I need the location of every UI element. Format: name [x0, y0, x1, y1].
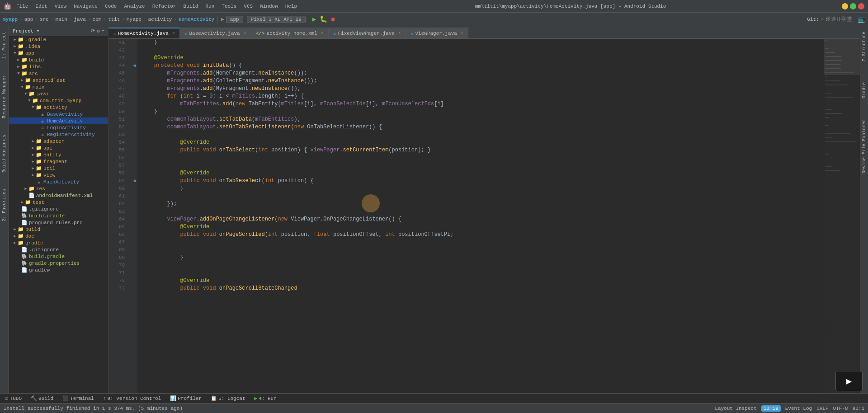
right-tab-device-explorer[interactable]: Device File Explorer [861, 116, 868, 177]
menu-view[interactable]: View [52, 4, 69, 9]
menu-build[interactable]: Build [181, 4, 200, 9]
tree-item-gradlew[interactable]: 📄gradlew [9, 267, 108, 273]
close-button[interactable] [858, 3, 864, 9]
settings-icon[interactable]: ⚙ [97, 28, 100, 34]
tree-item-build-root[interactable]: ▶📁build [9, 226, 108, 233]
code-line-55[interactable]: public void onTabSelect(int position) { … [141, 146, 820, 154]
fold-gutter-59[interactable]: ◀ [131, 177, 137, 185]
code-line-57[interactable] [141, 162, 820, 169]
menu-window[interactable]: Window [258, 4, 280, 9]
tree-item-app[interactable]: ▼📁app [9, 50, 108, 56]
menu-edit[interactable]: Edit [33, 4, 49, 9]
tree-item-gitignore-root[interactable]: 📄.gitignore [9, 246, 108, 253]
code-line-45[interactable]: mFragments.add(HomeFragment.newInstance(… [141, 70, 820, 77]
tab-fixedviewpager[interactable]: ☕ FixedViewPager.java × [329, 28, 406, 38]
code-line-63[interactable] [141, 208, 820, 216]
tab-activity-home-xml[interactable]: ≺/≻ activity_home.xml × [251, 28, 329, 38]
tab-viewpager-close[interactable]: × [461, 31, 463, 36]
bottom-tab-profiler[interactable]: 📊 Profiler [168, 394, 203, 402]
tree-item-BaseActivity[interactable]: ☕BaseActivity [9, 111, 108, 117]
tree-item-res[interactable]: ▶📁res [9, 185, 108, 192]
tree-item-doc[interactable]: ▶📁doc [9, 233, 108, 239]
tree-item-MainActivity[interactable]: ☕MainActivity [9, 178, 108, 185]
code-line-62[interactable]: }); [141, 200, 820, 208]
menu-navigate[interactable]: Navigate [71, 4, 100, 9]
right-tab-gradle[interactable]: Gradle [861, 79, 868, 102]
tab-viewpager[interactable]: ☕ ViewPager.java × [406, 28, 468, 38]
tree-item-gradle-root[interactable]: ▶📁gradle [9, 239, 108, 246]
code-line-71[interactable] [141, 269, 820, 277]
code-line-54[interactable]: @Override [141, 139, 820, 146]
code-area[interactable]: } @Override protected void initData() { … [137, 39, 824, 393]
tree-item-HomeActivity[interactable]: ☕HomeActivity [9, 117, 108, 124]
tree-item-com.ttit.myapp[interactable]: ▼📁com.ttit.myapp [9, 97, 108, 104]
code-line-56[interactable] [141, 154, 820, 162]
code-line-51[interactable]: commonTabLayout.setTabData(mTabEntities)… [141, 116, 820, 123]
code-line-61[interactable] [141, 192, 820, 200]
debug-button[interactable]: 🐛 [320, 15, 327, 23]
menu-run[interactable]: Run [203, 4, 217, 9]
tree-item-gradle-props[interactable]: 🐘gradle.properties [9, 260, 108, 267]
run-button[interactable]: ▶ [312, 15, 316, 23]
code-line-44[interactable]: protected void initData() { [141, 62, 820, 70]
code-line-70[interactable] [141, 262, 820, 269]
code-line-50[interactable]: } [141, 108, 820, 116]
editor-content[interactable]: 4142434445464748495051525354555657585960… [108, 39, 860, 393]
code-line-73[interactable]: public void onPageScrollStateChanged [141, 285, 820, 292]
tab-homeactivity[interactable]: ☕ HomeActivity.java × [108, 28, 180, 38]
tree-item-idea[interactable]: ▶📁.idea [9, 43, 108, 50]
code-line-66[interactable]: public void onPageScrolled(int position,… [141, 231, 820, 239]
tree-item-gradle[interactable]: ▶📁.gradle [9, 36, 108, 43]
tree-item-libs[interactable]: ▶📁libs [9, 63, 108, 70]
tab-homeactivity-close[interactable]: × [172, 31, 175, 36]
tree-item-api[interactable]: ▶📁api [9, 145, 108, 151]
hide-icon[interactable]: − [101, 28, 104, 34]
device-selector[interactable]: Pixel 3 XL API 29 [247, 16, 306, 23]
tab-baseactivity[interactable]: ☕ BaseActivity.java × [180, 28, 251, 38]
code-line-69[interactable]: } [141, 254, 820, 262]
menu-analyze[interactable]: Analyze [122, 4, 147, 9]
code-line-58[interactable]: @Override [141, 169, 820, 177]
code-line-46[interactable]: mFragments.add(CollectFragment.newInstan… [141, 77, 820, 85]
tab-fixedviewpager-close[interactable]: × [398, 31, 401, 36]
code-line-41[interactable]: } [141, 39, 820, 47]
run-config-label[interactable]: app [226, 16, 243, 23]
stop-button[interactable]: ■ [331, 16, 335, 23]
menu-file[interactable]: File [14, 4, 30, 9]
tree-item-src[interactable]: ▼📁src [9, 70, 108, 77]
bottom-tab-vcs[interactable]: ↑ 9: Version Control [101, 395, 163, 402]
tree-item-proguard[interactable]: 📄proguard-rules.pro [9, 219, 108, 226]
bottom-tab-build[interactable]: 🔨 Build [29, 394, 55, 402]
tree-item-RegisterActivity[interactable]: ☕RegisterActivity [9, 131, 108, 138]
code-line-43[interactable]: @Override [141, 54, 820, 62]
sidebar-tab-resource[interactable]: Resource Manager [1, 71, 8, 122]
bottom-tab-run[interactable]: ▶ 4: Run [253, 394, 278, 402]
code-line-48[interactable]: for (int i = 0; i < mTitles.length; i++)… [141, 93, 820, 100]
tree-item-view[interactable]: ▶📁view [9, 172, 108, 178]
tree-item-activity[interactable]: ▼📁activity [9, 104, 108, 111]
code-line-72[interactable]: @Override [141, 277, 820, 285]
sidebar-tab-project[interactable]: 1: Project [1, 28, 8, 62]
sync-icon[interactable]: ⟳ [91, 28, 95, 34]
tree-item-entity[interactable]: ▶📁entity [9, 151, 108, 158]
video-thumbnail[interactable]: ▶ [835, 371, 863, 391]
menu-code[interactable]: Code [103, 4, 119, 9]
tree-item-build-gradle[interactable]: 🐘build.gradle [9, 212, 108, 219]
tree-item-LoginActivity[interactable]: ☕LoginActivity [9, 124, 108, 131]
tab-baseactivity-close[interactable]: × [244, 31, 246, 36]
code-line-68[interactable] [141, 246, 820, 254]
tree-item-build-gradle-root[interactable]: 🐘build.gradle [9, 253, 108, 260]
code-line-42[interactable] [141, 47, 820, 54]
tree-item-util[interactable]: ▶📁util [9, 165, 108, 172]
code-line-59[interactable]: public void onTabReselect(int position) … [141, 177, 820, 185]
code-line-60[interactable]: } [141, 185, 820, 192]
code-line-53[interactable] [141, 131, 820, 139]
sidebar-tab-favorites[interactable]: 2: Favorites [1, 185, 8, 225]
layout-inspector-label[interactable]: Layout Inspect [715, 406, 756, 411]
tree-item-AndroidManifest[interactable]: 📄AndroidManifest.xml [9, 192, 108, 199]
menu-help[interactable]: Help [283, 4, 299, 9]
bottom-tab-logcat[interactable]: 📋 5: Logcat [209, 394, 247, 402]
tree-item-fragment[interactable]: ▶📁fragment [9, 158, 108, 165]
event-log-label[interactable]: Event Log [785, 406, 812, 411]
code-line-67[interactable] [141, 239, 820, 246]
